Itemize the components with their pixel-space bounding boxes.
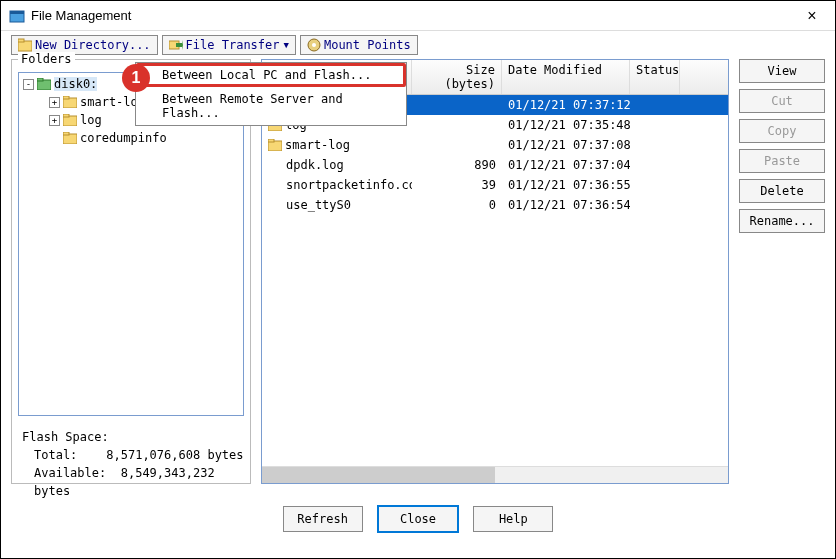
tree-node[interactable]: coredumpinfo [21,129,241,147]
svg-rect-20 [268,139,274,142]
horizontal-scrollbar[interactable] [262,466,728,483]
file-management-window: File Management × New Directory... File … [0,0,836,559]
file-status [630,183,680,187]
callout-badge: 1 [122,64,150,92]
rename-button[interactable]: Rename... [739,209,825,233]
collapse-icon[interactable] [23,79,34,90]
folder-icon [63,114,77,126]
svg-rect-1 [10,11,24,14]
folder-icon [268,139,282,151]
flash-total-value: 8,571,076,608 bytes [106,448,243,462]
file-date: 01/12/21 07:37:12 [502,96,630,114]
file-transfer-menu: Between Local PC and Flash... Between Re… [135,62,407,126]
disk-icon [37,78,51,90]
paste-button[interactable]: Paste [739,149,825,173]
flash-space-label: Flash Space: [22,428,244,446]
folder-icon [63,96,77,108]
folder-new-icon [18,38,32,52]
file-status [630,163,680,167]
svg-point-6 [312,43,316,47]
col-header-status[interactable]: Status [630,60,680,94]
file-status [630,123,680,127]
file-list-body[interactable]: coredumpinfo01/12/21 07:37:12log01/12/21… [262,95,728,466]
help-button[interactable]: Help [473,506,553,532]
app-icon [9,8,25,24]
flash-space-info: Flash Space: Total: 8,571,076,608 bytes … [14,420,248,504]
menu-item-remote-flash[interactable]: Between Remote Server and Flash... [136,87,406,125]
close-icon[interactable]: × [797,1,827,31]
file-size: 0 [412,196,502,214]
file-status [630,143,680,147]
folder-icon [63,132,77,144]
file-date: 01/12/21 07:37:04 [502,156,630,174]
file-name: smart-log [285,138,350,152]
file-row[interactable]: use_ttyS0001/12/21 07:36:54 [262,195,728,215]
file-date: 01/12/21 07:36:55 [502,176,630,194]
svg-rect-8 [37,78,43,81]
action-buttons: View Cut Copy Paste Delete Rename... [739,59,825,484]
file-size [412,103,502,107]
window-title: File Management [31,1,797,31]
file-size: 39 [412,176,502,194]
svg-rect-14 [63,132,69,135]
chevron-down-icon: ▼ [284,40,289,50]
file-date: 01/12/21 07:36:54 [502,196,630,214]
copy-button[interactable]: Copy [739,119,825,143]
file-size: 890 [412,156,502,174]
menu-item-local-flash[interactable]: Between Local PC and Flash... [136,63,406,87]
titlebar: File Management × [1,1,835,31]
svg-rect-10 [63,96,69,99]
mount-points-button[interactable]: Mount Points [300,35,418,55]
file-name: use_ttyS0 [286,198,351,212]
col-header-date[interactable]: Date Modified [502,60,630,94]
file-date: 01/12/21 07:37:08 [502,136,630,154]
folders-label: Folders [18,52,75,66]
file-status [630,103,680,107]
transfer-icon [169,38,183,52]
refresh-button[interactable]: Refresh [283,506,363,532]
mount-icon [307,38,321,52]
svg-rect-12 [63,114,69,117]
toolbar: New Directory... File Transfer ▼ Mount P… [1,31,835,59]
file-name: snortpacketinfo.conf [286,178,412,192]
file-size [412,143,502,147]
file-size [412,123,502,127]
file-row[interactable]: dpdk.log89001/12/21 07:37:04 [262,155,728,175]
delete-button[interactable]: Delete [739,179,825,203]
scroll-thumb[interactable] [262,467,495,483]
cut-button[interactable]: Cut [739,89,825,113]
expand-icon[interactable] [49,115,60,126]
col-header-size[interactable]: Size (bytes) [412,60,502,94]
file-row[interactable]: snortpacketinfo.conf3901/12/21 07:36:55 [262,175,728,195]
file-transfer-button[interactable]: File Transfer ▼ [162,35,296,55]
view-button[interactable]: View [739,59,825,83]
file-name: dpdk.log [286,158,344,172]
file-date: 01/12/21 07:35:48 [502,116,630,134]
close-button[interactable]: Close [378,506,458,532]
file-row[interactable]: smart-log01/12/21 07:37:08 [262,135,728,155]
expand-icon[interactable] [49,97,60,108]
file-status [630,203,680,207]
svg-rect-3 [18,39,24,42]
